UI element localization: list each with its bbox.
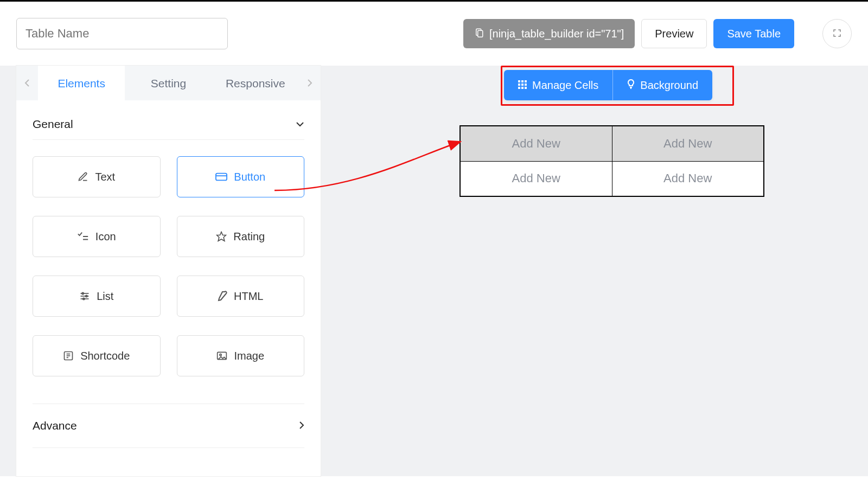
tab-responsive[interactable]: Responsive — [212, 66, 299, 100]
table-name-input[interactable] — [16, 18, 228, 49]
section-general-header[interactable]: General — [33, 111, 304, 140]
tab-elements[interactable]: Elements — [38, 66, 125, 100]
section-general-title: General — [33, 118, 73, 131]
element-label: Text — [95, 171, 115, 183]
sliders-icon — [79, 291, 90, 301]
copy-shortcode-icon — [474, 28, 484, 40]
tab-setting[interactable]: Setting — [125, 66, 212, 100]
element-label: Shortcode — [80, 350, 130, 362]
svg-rect-21 — [521, 84, 524, 86]
workspace: Elements Setting Responsive General — [0, 66, 868, 476]
element-list[interactable]: List — [33, 276, 161, 317]
table-cell[interactable]: Add New — [460, 161, 612, 196]
svg-marker-4 — [217, 232, 226, 241]
element-text[interactable]: Text — [33, 156, 161, 197]
element-label: List — [97, 290, 113, 303]
svg-rect-23 — [518, 87, 520, 89]
element-label: Rating — [233, 231, 265, 243]
svg-rect-19 — [525, 80, 527, 82]
star-icon — [216, 231, 227, 242]
button-icon — [215, 172, 227, 181]
element-label: HTML — [234, 290, 263, 303]
table-cell[interactable]: Add New — [460, 126, 612, 161]
element-label: Button — [234, 171, 265, 183]
chevron-down-icon — [296, 119, 304, 129]
shortcode-text: [ninja_table_builder id="71"] — [489, 28, 624, 40]
sidebar: Elements Setting Responsive General — [16, 66, 321, 476]
svg-rect-20 — [518, 84, 520, 86]
svg-rect-24 — [521, 87, 524, 89]
element-shortcode[interactable]: Shortcode — [33, 335, 161, 376]
element-html[interactable]: HTML — [177, 276, 305, 317]
image-icon — [216, 351, 227, 361]
check-list-icon — [77, 232, 89, 241]
fullscreen-button[interactable] — [822, 19, 852, 48]
svg-rect-1 — [478, 30, 483, 37]
tabs-prev-arrow[interactable] — [16, 66, 38, 100]
preview-button[interactable]: Preview — [641, 19, 707, 48]
manage-cells-button[interactable]: Manage Cells — [504, 70, 612, 100]
shortcode-chip[interactable]: [ninja_table_builder id="71"] — [463, 19, 635, 48]
elements-grid: Text Button — [33, 156, 304, 376]
bulb-icon — [627, 79, 635, 92]
table-cell[interactable]: Add New — [612, 126, 764, 161]
svg-rect-17 — [518, 80, 520, 82]
table-preview: Add New Add New Add New Add New — [459, 125, 764, 197]
canvas: Manage Cells Background Add New Add New … — [321, 66, 868, 476]
table-cell[interactable]: Add New — [612, 161, 764, 196]
svg-rect-2 — [216, 174, 227, 181]
section-advance-header[interactable]: Advance — [33, 404, 304, 448]
element-label: Icon — [95, 231, 116, 243]
edit-icon — [78, 171, 88, 182]
chevron-right-icon — [299, 419, 304, 432]
section-advance-title: Advance — [33, 419, 77, 432]
pencil-icon — [218, 291, 227, 302]
save-table-button[interactable]: Save Table — [713, 19, 794, 48]
element-icon[interactable]: Icon — [33, 216, 161, 257]
table-row: Add New Add New — [460, 161, 764, 196]
element-image[interactable]: Image — [177, 335, 305, 376]
element-button[interactable]: Button — [177, 156, 305, 197]
element-rating[interactable]: Rating — [177, 216, 305, 257]
svg-rect-22 — [525, 84, 527, 86]
svg-rect-18 — [521, 80, 524, 82]
grid-icon — [518, 79, 527, 92]
svg-rect-25 — [525, 87, 527, 89]
sidebar-tabs: Elements Setting Responsive — [16, 66, 321, 100]
table-row: Add New Add New — [460, 126, 764, 161]
shortcode-icon — [63, 350, 74, 361]
element-label: Image — [234, 350, 264, 362]
background-label: Background — [640, 79, 698, 92]
fullscreen-icon — [832, 28, 842, 40]
header-bar: [ninja_table_builder id="71"] Preview Sa… — [0, 2, 868, 66]
manage-cells-label: Manage Cells — [532, 79, 598, 92]
canvas-toolbar: Manage Cells Background — [504, 70, 712, 100]
background-button[interactable]: Background — [612, 70, 712, 100]
svg-point-16 — [220, 354, 221, 356]
tabs-next-arrow[interactable] — [299, 66, 321, 100]
header-actions: [ninja_table_builder id="71"] Preview Sa… — [463, 19, 852, 48]
